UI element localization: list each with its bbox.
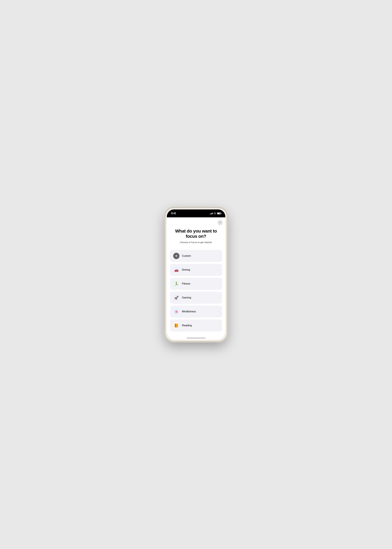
status-icons [210,212,221,214]
signal-bars-icon [210,212,213,214]
gaming-icon: 🚀 [173,295,180,301]
phone-screen: 9:41 ✕ [167,210,225,340]
focus-list: Custom › 🚗 Driving › [170,248,222,333]
focus-item-reading[interactable]: 📙 Reading › [170,319,222,331]
mindfulness-icon-wrap: 🌸 [173,308,180,315]
close-icon: ✕ [219,221,221,224]
focus-item-gaming[interactable]: 🚀 Gaming › [170,292,222,304]
driving-icon-wrap: 🚗 [173,266,180,273]
mindfulness-icon: 🌸 [173,308,180,315]
custom-plus-icon [173,253,180,259]
header-section: What do you want to focus on? Choose a F… [170,220,222,248]
focus-label-reading: Reading [182,324,218,327]
reading-icon: 📙 [173,322,180,329]
custom-icon-wrap [173,253,180,259]
focus-label-custom: Custom [182,254,218,258]
focus-item-mindfulness[interactable]: 🌸 Mindfulness › [170,306,222,317]
close-button[interactable]: ✕ [217,220,223,225]
svg-text:🚀: 🚀 [174,296,179,300]
page-title: What do you want to focus on? [173,228,219,239]
svg-text:🏃: 🏃 [174,282,179,286]
dynamic-island [187,211,206,217]
chevron-right-icon: › [218,268,219,271]
focus-label-mindfulness: Mindfulness [182,310,218,313]
chevron-right-icon: › [218,254,219,258]
svg-text:📙: 📙 [174,324,179,328]
fitness-icon: 🏃 [173,281,180,287]
page-subtitle: Choose a Focus to get started. [173,241,219,244]
focus-item-fitness[interactable]: 🏃 Fitness › [170,278,222,290]
chevron-right-icon: › [218,282,219,285]
reading-icon-wrap: 📙 [173,322,180,329]
battery-icon [217,212,221,214]
wifi-icon [214,212,216,214]
focus-label-fitness: Fitness [182,282,218,285]
chevron-right-icon: › [218,310,219,313]
focus-item-driving[interactable]: 🚗 Driving › [170,264,222,276]
home-indicator [187,338,206,338]
app-content: ✕ What do you want to focus on? Choose a… [167,217,225,340]
svg-text:🌸: 🌸 [174,310,179,314]
focus-item-custom[interactable]: Custom › [170,250,222,262]
phone-frame: 9:41 ✕ [165,208,227,341]
focus-label-gaming: Gaming [182,296,218,299]
fitness-icon-wrap: 🏃 [173,280,180,287]
gaming-icon-wrap: 🚀 [173,294,180,301]
status-bar: 9:41 [167,210,225,217]
svg-text:🚗: 🚗 [174,268,179,272]
car-icon: 🚗 [173,267,180,273]
plus-icon [175,254,178,257]
status-time: 9:41 [171,212,176,215]
focus-label-driving: Driving [182,268,218,271]
chevron-right-icon: › [218,296,219,299]
chevron-right-icon: › [218,324,219,327]
